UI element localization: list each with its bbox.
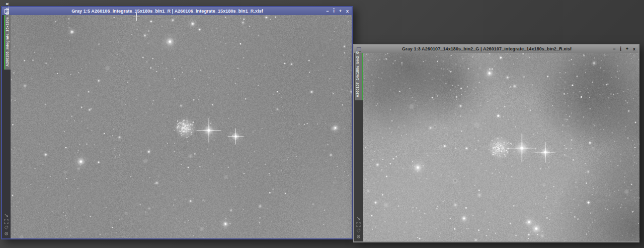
window-controls: − I + x <box>326 9 349 14</box>
image-tab[interactable]: A260107_14x180s_bin2_G <box>355 53 363 100</box>
titlebar[interactable]: Gray 1:5 A260106_integrate_15x180s_bin1_… <box>2 7 352 15</box>
select-mode-icon[interactable] <box>4 213 9 218</box>
side-strip: A260106_integrate_15x180s_bin1_R <box>2 15 11 238</box>
titlebar[interactable]: Gray 1:3 A260107_14x180s_bin2_G | A26010… <box>354 45 638 53</box>
window-controls: − I + x <box>613 46 635 51</box>
image-window-left[interactable]: Gray 1:5 A260106_integrate_15x180s_bin1_… <box>1 6 353 239</box>
settings-gear-icon[interactable] <box>4 231 9 236</box>
maximize-button[interactable]: + <box>339 9 342 14</box>
side-toolbar <box>354 216 363 239</box>
image-window-right[interactable]: Gray 1:3 A260107_14x180s_bin2_G | A26010… <box>353 44 639 242</box>
star-field-image[interactable] <box>363 53 639 241</box>
close-button[interactable]: x <box>346 9 349 14</box>
maximize-button[interactable]: + <box>626 46 628 51</box>
window-title: Gray 1:3 A260107_14x180s_bin2_G | A26010… <box>364 46 610 51</box>
star-field-image[interactable] <box>11 15 352 238</box>
settings-gear-icon[interactable] <box>356 234 361 239</box>
image-tab[interactable]: A260106_integrate_15x180s_bin1_R <box>4 15 11 70</box>
close-button[interactable]: x <box>633 46 635 51</box>
frame-mode-icon[interactable] <box>4 219 9 224</box>
minimize-button[interactable]: − <box>326 9 329 14</box>
image-tab-label: A260106_integrate_15x180s_bin1_R <box>6 3 9 67</box>
select-mode-icon[interactable] <box>356 216 361 221</box>
frame-mode-icon[interactable] <box>356 222 361 227</box>
image-tab-label: A260107_14x180s_bin2_G <box>356 51 359 97</box>
shade-button[interactable]: I <box>333 9 334 14</box>
minimize-button[interactable]: − <box>613 46 615 51</box>
tag-icon[interactable] <box>356 228 361 233</box>
side-toolbar <box>2 213 11 236</box>
tag-icon[interactable] <box>4 225 9 230</box>
side-strip: A260107_14x180s_bin2_G <box>354 53 363 241</box>
window-title: Gray 1:5 A260106_integrate_15x180s_bin1_… <box>12 9 323 14</box>
shade-button[interactable]: I <box>620 46 621 51</box>
